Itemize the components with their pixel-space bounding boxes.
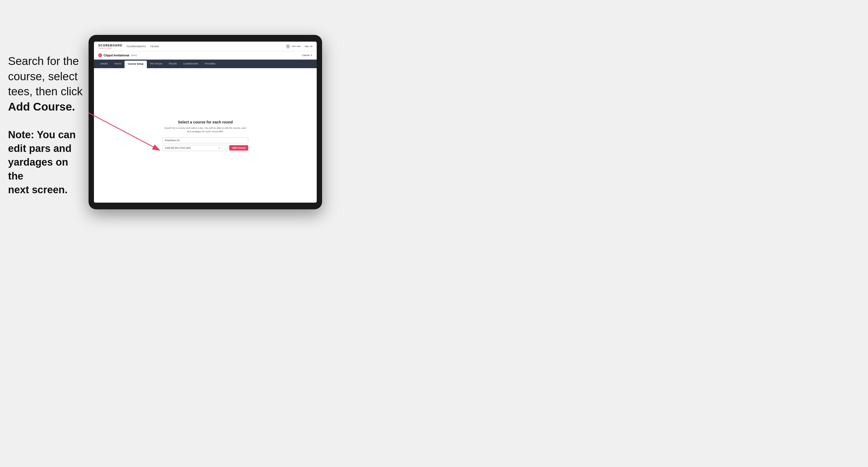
tee-select-row: Gold (M) (M) (7010 yds) ✕ ⌃⌄ Add Course	[162, 145, 248, 151]
main-content: Select a course for each round Search fo…	[94, 68, 317, 203]
tab-leaderboards[interactable]: Leaderboards	[180, 60, 202, 68]
cancel-label: Cancel	[302, 54, 309, 57]
cancel-button[interactable]: Cancel ✕	[302, 54, 312, 57]
logo-scoreboard: SCOREBOARD	[98, 44, 122, 47]
tab-details[interactable]: Details	[97, 60, 111, 68]
tab-results[interactable]: Results	[165, 60, 180, 68]
navbar: SCOREBOARD Powered by clippd TOURNAMENTS…	[94, 41, 317, 51]
tournament-header: C Clippd Invitational (Men) Cancel ✕	[94, 51, 317, 60]
annotation-bold: Add Course.	[8, 100, 75, 113]
logo-area: SCOREBOARD Powered by clippd	[98, 44, 122, 49]
tee-select-controls: ✕ ⌃⌄	[218, 147, 225, 150]
pipe-divider: |	[303, 45, 303, 48]
navbar-right: T Test User | Sign out	[286, 44, 312, 49]
tab-tee-groups[interactable]: Tee Groups	[147, 60, 166, 68]
tee-dropdown[interactable]: Gold (M) (M) (7010 yds) ✕ ⌃⌄	[162, 145, 227, 151]
sign-out-link[interactable]: Sign out	[305, 45, 312, 48]
clippd-logo: C	[98, 54, 102, 57]
logo-sub: Powered by clippd	[98, 47, 122, 49]
cancel-x-icon: ✕	[310, 54, 312, 57]
course-select-title: Select a course for each round	[178, 120, 233, 124]
main-annotation: Search for thecourse, selecttees, then c…	[8, 54, 86, 115]
course-select-description: Search for a course and select a tee. Yo…	[162, 126, 248, 134]
tournament-title-area: C Clippd Invitational (Men)	[98, 54, 137, 57]
tabs-bar: Details Teams Course Setup Tee Groups Re…	[94, 60, 317, 68]
tab-printables[interactable]: Printables	[202, 60, 219, 68]
user-name: Test User	[292, 45, 301, 48]
annotation-area: Search for thecourse, selecttees, then c…	[8, 54, 86, 197]
tab-course-setup[interactable]: Course Setup	[125, 61, 147, 68]
course-search-input[interactable]	[162, 137, 248, 143]
add-course-button[interactable]: Add Course	[229, 145, 248, 151]
note-annotation: Note: You canedit pars andyardages on th…	[8, 128, 86, 197]
tablet-screen: SCOREBOARD Powered by clippd TOURNAMENTS…	[94, 41, 317, 203]
course-select-area: Select a course for each round Search fo…	[162, 120, 248, 151]
tee-select-value: Gold (M) (M) (7010 yds)	[165, 147, 191, 149]
navbar-left: SCOREBOARD Powered by clippd TOURNAMENTS…	[98, 44, 159, 49]
tournament-name: Clippd Invitational	[103, 54, 129, 57]
user-avatar: T	[286, 44, 290, 49]
tournament-gender: (Men)	[131, 54, 137, 57]
nav-tournaments[interactable]: TOURNAMENTS	[126, 45, 146, 48]
tablet-device: SCOREBOARD Powered by clippd TOURNAMENTS…	[89, 35, 322, 209]
tab-teams[interactable]: Teams	[111, 60, 125, 68]
nav-teams[interactable]: TEAMS	[150, 45, 159, 48]
